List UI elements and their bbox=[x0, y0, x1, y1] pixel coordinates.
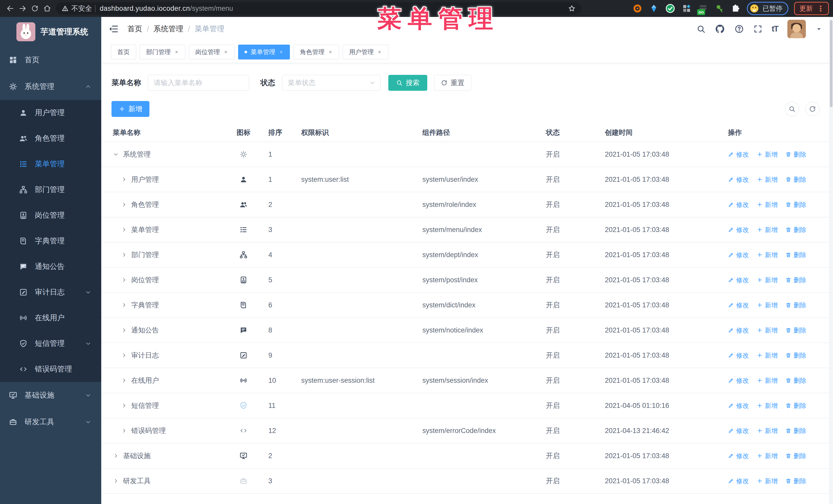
add-action[interactable]: 新增 bbox=[757, 301, 778, 309]
sidebar-item-home[interactable]: 首页 bbox=[0, 47, 101, 73]
delete-action[interactable]: 删除 bbox=[785, 351, 806, 360]
menu-status-select[interactable]: 菜单状态 bbox=[282, 75, 381, 91]
extension-orange-ring-icon[interactable] bbox=[632, 3, 643, 14]
close-tab-icon[interactable] bbox=[377, 50, 382, 54]
sidebar-item-dict[interactable]: 字典管理 bbox=[0, 228, 101, 254]
browser-profile-chip[interactable]: 已暂停 bbox=[747, 2, 788, 15]
close-tab-icon[interactable] bbox=[279, 50, 284, 54]
sidebar-item-sms[interactable]: 短信管理 bbox=[0, 331, 101, 356]
sidebar-item-error-code[interactable]: 错误码管理 bbox=[0, 356, 101, 382]
expand-right-icon[interactable] bbox=[113, 453, 119, 459]
edit-action[interactable]: 修改 bbox=[728, 477, 749, 485]
menu-name-input[interactable] bbox=[148, 75, 249, 91]
tab-menu[interactable]: 菜单管理 bbox=[238, 45, 290, 59]
add-action[interactable]: 新增 bbox=[757, 251, 778, 259]
expand-right-icon[interactable] bbox=[121, 252, 127, 258]
extension-green-check-icon[interactable] bbox=[665, 3, 675, 14]
add-action[interactable]: 新增 bbox=[757, 276, 778, 284]
expand-right-icon[interactable] bbox=[121, 302, 127, 308]
sidebar-item-role[interactable]: 角色管理 bbox=[0, 126, 101, 151]
delete-action[interactable]: 删除 bbox=[785, 175, 806, 184]
delete-action[interactable]: 删除 bbox=[785, 402, 806, 410]
breadcrumb-item[interactable]: 首页 bbox=[127, 24, 142, 34]
delete-action[interactable]: 删除 bbox=[785, 301, 806, 309]
extension-puzzle-icon[interactable] bbox=[731, 3, 741, 14]
extension-blue-gem-icon[interactable] bbox=[648, 3, 659, 14]
reset-button[interactable]: 重置 bbox=[434, 75, 471, 91]
sidebar-item-notice[interactable]: 通知公告 bbox=[0, 254, 101, 280]
github-icon[interactable] bbox=[715, 24, 725, 34]
tab-post[interactable]: 岗位管理 bbox=[189, 45, 235, 59]
edit-action[interactable]: 修改 bbox=[728, 427, 749, 435]
delete-action[interactable]: 删除 bbox=[785, 452, 806, 460]
fullscreen-icon[interactable] bbox=[753, 24, 763, 33]
expand-down-icon[interactable] bbox=[113, 151, 119, 158]
sidebar-item-menu[interactable]: 菜单管理 bbox=[0, 151, 101, 177]
font-size-icon[interactable]: tT bbox=[772, 24, 778, 33]
collapse-sidebar-icon[interactable] bbox=[109, 24, 119, 34]
url-bar[interactable]: 不安全 dashboard.yudao.iocoder.cn/system/me… bbox=[56, 2, 581, 15]
sidebar-item-audit-log[interactable]: 审计日志 bbox=[0, 280, 101, 305]
expand-right-icon[interactable] bbox=[121, 327, 127, 333]
expand-right-icon[interactable] bbox=[121, 277, 127, 283]
add-action[interactable]: 新增 bbox=[757, 427, 778, 435]
delete-action[interactable]: 删除 bbox=[785, 276, 806, 284]
user-avatar[interactable] bbox=[787, 20, 806, 38]
expand-right-icon[interactable] bbox=[121, 176, 127, 183]
expand-right-icon[interactable] bbox=[121, 377, 127, 384]
add-action[interactable]: 新增 bbox=[757, 175, 778, 184]
add-action[interactable]: 新增 bbox=[757, 477, 778, 485]
refresh-table-button[interactable] bbox=[805, 102, 820, 116]
expand-right-icon[interactable] bbox=[113, 478, 119, 484]
extension-grid-blue-icon[interactable] bbox=[681, 3, 692, 14]
search-icon[interactable] bbox=[696, 24, 706, 33]
edit-action[interactable]: 修改 bbox=[728, 402, 749, 410]
expand-right-icon[interactable] bbox=[121, 201, 127, 208]
sidebar-logo-row[interactable]: 芋道管理系统 bbox=[0, 17, 101, 47]
edit-action[interactable]: 修改 bbox=[728, 175, 749, 184]
add-action[interactable]: 新增 bbox=[757, 351, 778, 360]
tab-user[interactable]: 用户管理 bbox=[343, 45, 388, 59]
window-scrollbar[interactable] bbox=[829, 17, 833, 504]
sidebar-item-post[interactable]: 岗位管理 bbox=[0, 202, 101, 228]
edit-action[interactable]: 修改 bbox=[728, 251, 749, 259]
add-button[interactable]: 新增 bbox=[112, 101, 149, 117]
edit-action[interactable]: 修改 bbox=[728, 351, 749, 360]
edit-action[interactable]: 修改 bbox=[728, 301, 749, 309]
edit-action[interactable]: 修改 bbox=[728, 225, 749, 234]
edit-action[interactable]: 修改 bbox=[728, 376, 749, 385]
add-action[interactable]: 新增 bbox=[757, 150, 778, 159]
delete-action[interactable]: 删除 bbox=[785, 225, 806, 234]
browser-back-icon[interactable] bbox=[4, 2, 17, 15]
expand-right-icon[interactable] bbox=[121, 226, 127, 233]
close-tab-icon[interactable] bbox=[223, 50, 228, 54]
help-icon[interactable] bbox=[734, 24, 744, 34]
add-action[interactable]: 新增 bbox=[757, 200, 778, 209]
edit-action[interactable]: 修改 bbox=[728, 452, 749, 460]
expand-right-icon[interactable] bbox=[121, 403, 127, 409]
extension-green-key-icon[interactable] bbox=[714, 3, 725, 14]
avatar-caret-down-icon[interactable] bbox=[815, 25, 823, 33]
sidebar-item-dev-tools[interactable]: 研发工具 bbox=[0, 409, 101, 435]
delete-action[interactable]: 删除 bbox=[785, 376, 806, 385]
scrollbar-thumb[interactable] bbox=[830, 20, 832, 107]
delete-action[interactable]: 删除 bbox=[785, 326, 806, 335]
sidebar-item-online-user[interactable]: 在线用户 bbox=[0, 305, 101, 331]
sidebar-item-user[interactable]: 用户管理 bbox=[0, 100, 101, 126]
browser-update-button[interactable]: 更新 ⋮ bbox=[794, 2, 829, 15]
bookmark-star-icon[interactable] bbox=[568, 5, 576, 12]
sidebar-item-infra[interactable]: 基础设施 bbox=[0, 382, 101, 409]
delete-action[interactable]: 删除 bbox=[785, 150, 806, 159]
kebab-menu-icon[interactable]: ⋮ bbox=[817, 4, 825, 13]
edit-action[interactable]: 修改 bbox=[728, 200, 749, 209]
tab-dept[interactable]: 部门管理 bbox=[140, 45, 185, 59]
edit-action[interactable]: 修改 bbox=[728, 326, 749, 335]
add-action[interactable]: 新增 bbox=[757, 326, 778, 335]
edit-action[interactable]: 修改 bbox=[728, 150, 749, 159]
add-action[interactable]: 新增 bbox=[757, 402, 778, 410]
add-action[interactable]: 新增 bbox=[757, 225, 778, 234]
breadcrumb-item[interactable]: 系统管理 bbox=[153, 24, 183, 34]
close-tab-icon[interactable] bbox=[174, 50, 179, 54]
delete-action[interactable]: 删除 bbox=[785, 477, 806, 485]
browser-forward-icon[interactable] bbox=[17, 2, 29, 15]
